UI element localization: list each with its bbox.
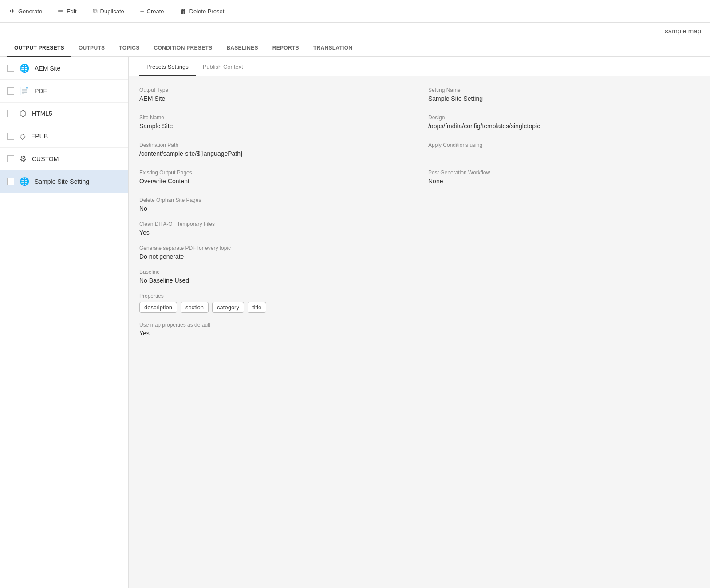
site-name-label: Site Name bbox=[139, 114, 410, 121]
apply-conditions-label: Apply Conditions using bbox=[428, 142, 699, 148]
tab-outputs[interactable]: OUTPUTS bbox=[71, 39, 112, 57]
delete-orphan-value: No bbox=[139, 205, 699, 212]
use-map-properties-label: Use map properties as default bbox=[139, 322, 699, 328]
setting-name-label: Setting Name bbox=[428, 87, 699, 93]
design-field: Design /apps/fmdita/config/templates/sin… bbox=[428, 114, 699, 130]
tab-output-presets[interactable]: OUTPUT PRESETS bbox=[7, 39, 71, 57]
destination-path-label: Destination Path bbox=[139, 142, 410, 148]
presets-tabs: Presets Settings Publish Context bbox=[129, 57, 710, 76]
clean-dita-ot-label: Clean DITA-OT Temporary Files bbox=[139, 221, 699, 227]
epub-checkbox[interactable] bbox=[7, 133, 14, 140]
html5-label: HTML5 bbox=[32, 110, 52, 117]
tab-condition-presets[interactable]: CONDITION PRESETS bbox=[147, 39, 220, 57]
sidebar-item-custom[interactable]: CUSTOM bbox=[0, 148, 128, 170]
edit-label: Edit bbox=[67, 8, 76, 15]
content-panel: Presets Settings Publish Context Output … bbox=[129, 57, 710, 588]
generate-icon bbox=[10, 7, 16, 15]
apply-conditions-field: Apply Conditions using bbox=[428, 142, 699, 157]
pdf-checkbox[interactable] bbox=[7, 87, 14, 95]
tab-presets-settings[interactable]: Presets Settings bbox=[139, 57, 196, 76]
tag-section: section bbox=[181, 302, 209, 313]
post-generation-workflow-field: Post Generation Workflow None bbox=[428, 170, 699, 185]
sidebar-item-epub[interactable]: EPUB bbox=[0, 125, 128, 148]
properties-tags: description section category title bbox=[139, 302, 699, 313]
generate-separate-pdf-label: Generate separate PDF for every topic bbox=[139, 245, 699, 251]
create-icon bbox=[140, 8, 144, 15]
map-title: sample map bbox=[665, 27, 701, 35]
design-label: Design bbox=[428, 114, 699, 121]
sidebar-item-html5[interactable]: HTML5 bbox=[0, 103, 128, 125]
output-type-label: Output Type bbox=[139, 87, 410, 93]
tab-reports[interactable]: REPORTS bbox=[265, 39, 306, 57]
existing-output-pages-label: Existing Output Pages bbox=[139, 170, 410, 176]
delete-orphan-label: Delete Orphan Site Pages bbox=[139, 197, 699, 203]
tab-baselines[interactable]: BASELINES bbox=[219, 39, 265, 57]
delete-preset-label: Delete Preset bbox=[189, 8, 225, 15]
edit-button[interactable]: Edit bbox=[55, 5, 79, 17]
html5-icon bbox=[20, 109, 27, 118]
sample-site-setting-checkbox[interactable] bbox=[7, 178, 14, 185]
custom-label: CUSTOM bbox=[32, 155, 59, 162]
delete-preset-button[interactable]: Delete Preset bbox=[178, 6, 227, 17]
site-name-field: Site Name Sample Site bbox=[139, 114, 410, 130]
delete-orphan-field: Delete Orphan Site Pages No bbox=[139, 197, 699, 212]
duplicate-label: Duplicate bbox=[100, 8, 124, 15]
setting-name-field: Setting Name Sample Site Setting bbox=[428, 87, 699, 102]
generate-label: Generate bbox=[18, 8, 42, 15]
globe-icon bbox=[20, 63, 29, 73]
tag-description: description bbox=[139, 302, 177, 313]
duplicate-icon bbox=[93, 7, 98, 15]
properties-field: Properties description section category … bbox=[139, 293, 699, 313]
aem-site-checkbox[interactable] bbox=[7, 65, 14, 72]
post-generation-workflow-value: None bbox=[428, 178, 699, 185]
clean-dita-ot-value: Yes bbox=[139, 229, 699, 236]
clean-dita-ot-field: Clean DITA-OT Temporary Files Yes bbox=[139, 221, 699, 236]
tab-publish-context[interactable]: Publish Context bbox=[196, 57, 250, 76]
toolbar: Generate Edit Duplicate Create Delete Pr… bbox=[0, 0, 710, 23]
sidebar: AEM Site PDF HTML5 EPUB CUSTOM Sample Si… bbox=[0, 57, 129, 588]
baseline-value: No Baseline Used bbox=[139, 277, 699, 284]
destination-path-field: Destination Path /content/sample-site/${… bbox=[139, 142, 410, 157]
site-name-value: Sample Site bbox=[139, 122, 410, 130]
setting-name-value: Sample Site Setting bbox=[428, 95, 699, 102]
use-map-properties-field: Use map properties as default Yes bbox=[139, 322, 699, 337]
properties-label: Properties bbox=[139, 293, 699, 299]
aem-site-label: AEM Site bbox=[35, 65, 60, 72]
create-button[interactable]: Create bbox=[138, 6, 167, 17]
use-map-properties-value: Yes bbox=[139, 330, 699, 337]
generate-button[interactable]: Generate bbox=[7, 5, 45, 17]
generate-separate-pdf-value: Do not generate bbox=[139, 253, 699, 260]
baseline-label: Baseline bbox=[139, 269, 699, 275]
tag-title: title bbox=[248, 302, 266, 313]
tab-translation[interactable]: TRANSLATION bbox=[306, 39, 359, 57]
sidebar-item-aem-site[interactable]: AEM Site bbox=[0, 57, 128, 80]
output-type-value: AEM Site bbox=[139, 95, 410, 102]
custom-icon bbox=[20, 154, 27, 164]
sidebar-item-pdf[interactable]: PDF bbox=[0, 80, 128, 103]
tag-category: category bbox=[212, 302, 244, 313]
duplicate-button[interactable]: Duplicate bbox=[90, 5, 127, 17]
html5-checkbox[interactable] bbox=[7, 110, 14, 117]
existing-output-pages-field: Existing Output Pages Overwrite Content bbox=[139, 170, 410, 185]
generate-separate-pdf-field: Generate separate PDF for every topic Do… bbox=[139, 245, 699, 260]
map-title-bar: sample map bbox=[0, 23, 710, 39]
baseline-field: Baseline No Baseline Used bbox=[139, 269, 699, 284]
create-label: Create bbox=[147, 8, 164, 15]
sample-globe-icon bbox=[20, 177, 29, 186]
sidebar-item-sample-site-setting[interactable]: Sample Site Setting bbox=[0, 170, 128, 193]
output-type-field: Output Type AEM Site bbox=[139, 87, 410, 102]
pdf-label: PDF bbox=[35, 87, 47, 95]
nav-tabs: OUTPUT PRESETS OUTPUTS TOPICS CONDITION … bbox=[0, 39, 710, 57]
delete-icon bbox=[180, 8, 187, 15]
post-generation-workflow-label: Post Generation Workflow bbox=[428, 170, 699, 176]
epub-label: EPUB bbox=[31, 133, 48, 140]
design-value: /apps/fmdita/config/templates/singletopi… bbox=[428, 122, 699, 130]
settings-body: Output Type AEM Site Setting Name Sample… bbox=[129, 76, 710, 356]
pdf-icon bbox=[20, 86, 29, 96]
tab-topics[interactable]: TOPICS bbox=[112, 39, 146, 57]
epub-icon bbox=[20, 131, 26, 141]
destination-path-value: /content/sample-site/${languagePath} bbox=[139, 150, 410, 157]
custom-checkbox[interactable] bbox=[7, 155, 14, 162]
existing-output-pages-value: Overwrite Content bbox=[139, 178, 410, 185]
sample-site-setting-label: Sample Site Setting bbox=[35, 178, 89, 185]
